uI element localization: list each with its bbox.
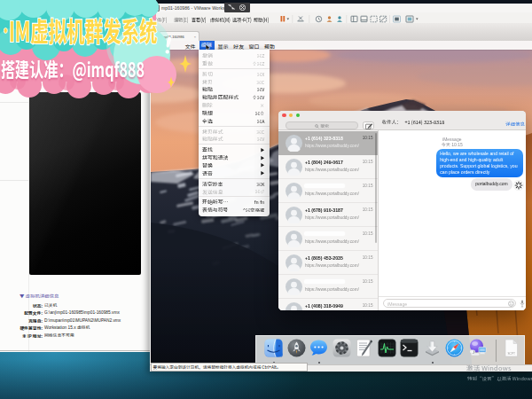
svg-text:SCPT: SCPT <box>507 352 515 356</box>
